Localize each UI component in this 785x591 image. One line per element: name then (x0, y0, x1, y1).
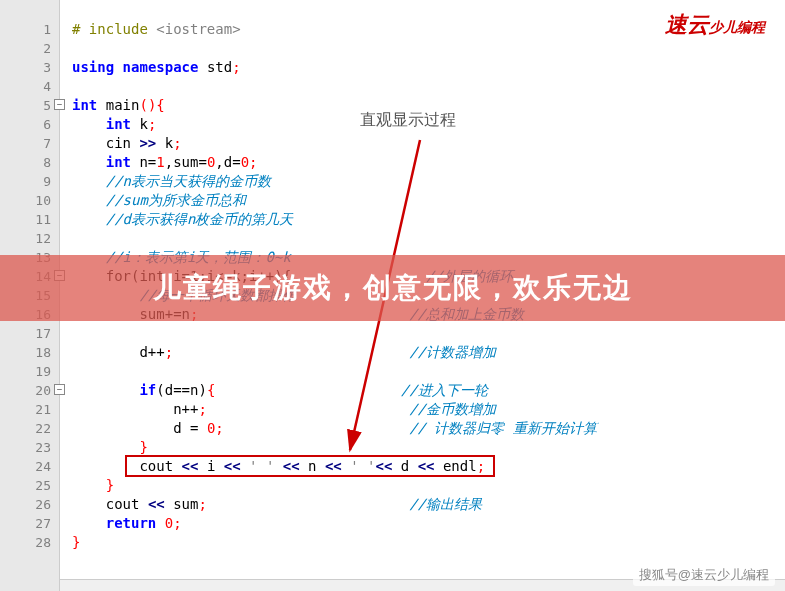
annotation-label: 直观显示过程 (360, 110, 456, 131)
code-line: //sum为所求金币总和 (72, 191, 785, 210)
line-number: 1 (0, 20, 59, 39)
line-number: 3 (0, 58, 59, 77)
line-number: 21 (0, 400, 59, 419)
line-number: 17 (0, 324, 59, 343)
line-number: 12 (0, 229, 59, 248)
line-number: 2 (0, 39, 59, 58)
line-number: 24 (0, 457, 59, 476)
line-number: 6 (0, 115, 59, 134)
line-number: 28 (0, 533, 59, 552)
code-line: using namespace std; (72, 58, 785, 77)
code-line: } (72, 438, 785, 457)
code-line (72, 229, 785, 248)
code-line (72, 39, 785, 58)
line-number: 19 (0, 362, 59, 381)
line-number: 18 (0, 343, 59, 362)
code-line: cout << i << ' ' << n << ' '<< d << endl… (72, 457, 785, 476)
line-number: 26 (0, 495, 59, 514)
code-line: cin >> k; (72, 134, 785, 153)
code-line: cout << sum; //输出结果 (72, 495, 785, 514)
code-line (72, 362, 785, 381)
overlay-banner: 儿童绳子游戏，创意无限，欢乐无边 (0, 255, 785, 321)
code-line (72, 77, 785, 96)
line-number: 27 (0, 514, 59, 533)
code-line: //d表示获得n枚金币的第几天 (72, 210, 785, 229)
line-number: 9 (0, 172, 59, 191)
code-line: } (72, 476, 785, 495)
line-number: 10 (0, 191, 59, 210)
code-line: } (72, 533, 785, 552)
brand-logo: 速云少儿编程 (665, 10, 765, 40)
line-number: 7 (0, 134, 59, 153)
code-line: return 0; (72, 514, 785, 533)
code-line: int n=1,sum=0,d=0; (72, 153, 785, 172)
line-number: 8 (0, 153, 59, 172)
line-number: 20− (0, 381, 59, 400)
code-line: d++; //计数器增加 (72, 343, 785, 362)
line-number: 22 (0, 419, 59, 438)
logo-sub: 少儿编程 (709, 19, 765, 35)
line-number: 25 (0, 476, 59, 495)
code-line (72, 324, 785, 343)
logo-main: 速云 (665, 12, 709, 37)
code-line: if(d==n){ //进入下一轮 (72, 381, 785, 400)
line-number: 23 (0, 438, 59, 457)
line-number: 11 (0, 210, 59, 229)
code-line: d = 0; // 计数器归零 重新开始计算 (72, 419, 785, 438)
line-number: 5− (0, 96, 59, 115)
line-number: 4 (0, 77, 59, 96)
watermark: 搜狐号@速云少儿编程 (633, 564, 775, 586)
code-line: //n表示当天获得的金币数 (72, 172, 785, 191)
code-line: n++; //金币数增加 (72, 400, 785, 419)
